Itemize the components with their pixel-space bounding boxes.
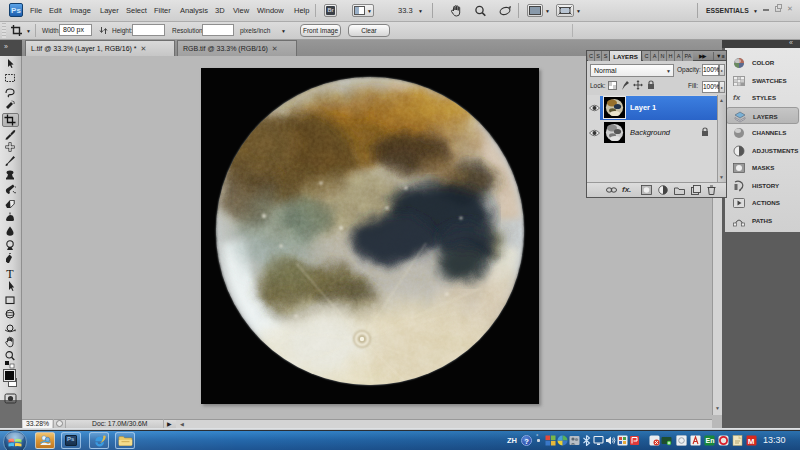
svg-text:T: T	[6, 267, 14, 279]
svg-text:En: En	[706, 437, 715, 444]
svg-text:M: M	[748, 437, 755, 446]
